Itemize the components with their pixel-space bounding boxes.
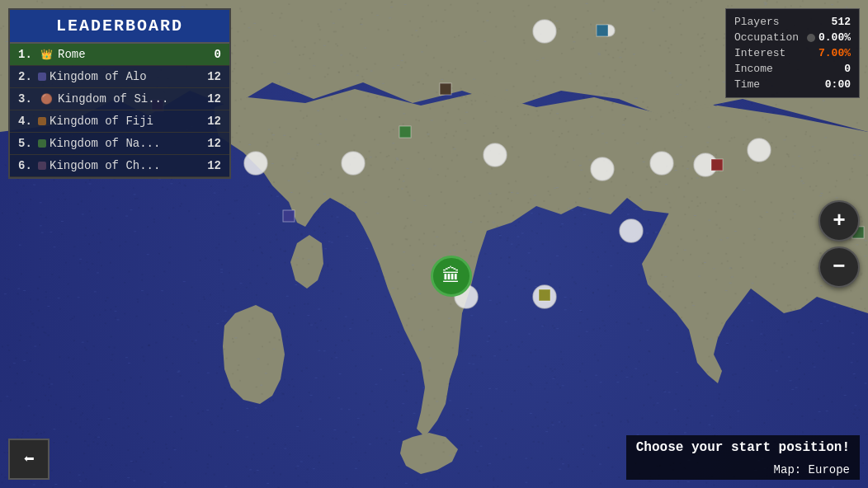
leaderboard-row-2: 2.Kingdom of Alo12 [10, 66, 229, 88]
bottom-info: Choose your start position! Map: Europe [626, 435, 860, 480]
leaderboard-row-6: 6.Kingdom of Ch...12 [10, 155, 229, 177]
time-label: Time [734, 78, 760, 91]
lb-rank-3: 3. [18, 92, 38, 106]
lb-score-2: 12 [196, 70, 221, 83]
stat-row-time: Time 0:00 [734, 77, 851, 92]
income-value: 0 [844, 63, 851, 75]
lb-icon-6 [38, 162, 46, 170]
lb-score-6: 12 [196, 159, 221, 172]
leaderboard-row-1: 1.👑Rome0 [10, 44, 229, 66]
lb-rank-6: 6. [18, 159, 38, 172]
stat-row-income: Income 0 [734, 61, 851, 77]
leaderboard-row-5: 5.Kingdom of Na...12 [10, 133, 229, 155]
lb-score-4: 12 [196, 115, 221, 128]
zoom-controls: + − [818, 200, 860, 288]
capital-marker[interactable]: 🏛 [431, 256, 472, 297]
occupation-label: Occupation [734, 31, 799, 44]
leaderboard-rows: 1.👑Rome02.Kingdom of Alo123.🟤Kingdom of … [10, 44, 229, 177]
leaderboard-panel: LEADERBOARD 1.👑Rome02.Kingdom of Alo123.… [8, 8, 231, 179]
players-label: Players [734, 16, 780, 28]
lb-score-5: 12 [196, 137, 221, 150]
leaderboard-row-3: 3.🟤Kingdom of Si...12 [10, 88, 229, 110]
lb-icon-4 [38, 117, 46, 125]
income-label: Income [734, 63, 773, 75]
stat-row-players: Players 512 [734, 14, 851, 30]
stat-row-occupation: Occupation 0.00% [734, 30, 851, 45]
interest-label: Interest [734, 47, 785, 59]
interest-value: 7.00% [818, 47, 851, 59]
lb-icon-5 [38, 139, 46, 148]
lb-rank-2: 2. [18, 70, 38, 83]
time-value: 0:00 [825, 78, 851, 91]
lb-rank-4: 4. [18, 115, 38, 128]
lb-icon-2 [38, 73, 46, 81]
zoom-out-button[interactable]: − [818, 246, 860, 288]
map-name-text: Map: Europe [626, 460, 860, 480]
lb-name-6: Kingdom of Ch... [50, 159, 196, 172]
lb-rank-5: 5. [18, 137, 38, 150]
lb-name-5: Kingdom of Na... [50, 137, 196, 150]
occupation-dot [807, 34, 815, 42]
players-value: 512 [832, 16, 851, 28]
occupation-value: 0.00% [818, 31, 851, 44]
back-button[interactable]: ⬅ [8, 439, 50, 480]
lb-score-3: 12 [196, 92, 221, 106]
leaderboard-title: LEADERBOARD [10, 10, 229, 44]
lb-rank-1: 1. [18, 48, 38, 61]
lb-score-1: 0 [196, 48, 221, 61]
stat-row-interest: Interest 7.00% [734, 45, 851, 61]
lb-name-3: Kingdom of Si... [58, 92, 196, 106]
lb-name-1: Rome [58, 48, 196, 61]
lb-name-2: Kingdom of Alo [50, 70, 196, 83]
zoom-in-button[interactable]: + [818, 200, 860, 242]
lb-icon-1: 👑 [38, 49, 54, 61]
choose-position-text: Choose your start position! [626, 435, 860, 460]
lb-name-4: Kingdom of Fiji [50, 115, 196, 128]
stats-panel: Players 512 Occupation 0.00% Interest 7.… [725, 8, 860, 98]
lb-icon-3: 🟤 [38, 93, 54, 106]
leaderboard-row-4: 4.Kingdom of Fiji12 [10, 110, 229, 133]
